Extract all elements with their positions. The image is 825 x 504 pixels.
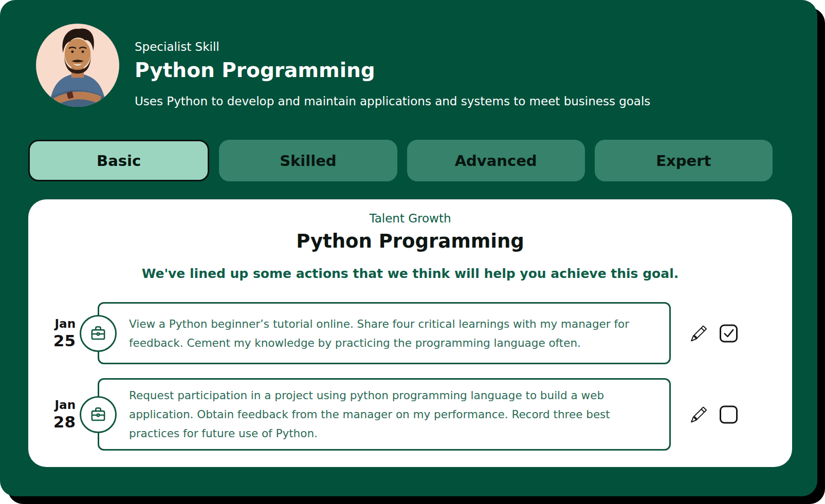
action-text: Request participation in a project using…	[129, 386, 651, 443]
action-tools	[691, 405, 738, 423]
skill-description: Uses Python to develop and maintain appl…	[135, 95, 650, 108]
complete-checkbox[interactable]	[720, 324, 738, 342]
level-button-basic[interactable]: Basic	[28, 140, 209, 181]
action-text: View a Python beginner’s tutorial online…	[129, 314, 651, 352]
complete-checkbox[interactable]	[720, 405, 738, 423]
card-subtitle: We've lined up some actions that we thin…	[28, 266, 792, 281]
briefcase-icon	[80, 396, 117, 433]
level-button-advanced[interactable]: Advanced	[407, 140, 585, 181]
action-item: Jan 25 View a Python beginner’s tutorial…	[98, 302, 671, 364]
talent-growth-card: Talent Growth Python Programming We've l…	[28, 199, 792, 467]
action-date: Jan 25	[53, 317, 76, 350]
action-list: Jan 25 View a Python beginner’s tutorial…	[98, 302, 671, 451]
level-button-skilled[interactable]: Skilled	[219, 140, 397, 181]
action-date-month: Jan	[53, 317, 76, 330]
action-date: Jan 28	[53, 398, 76, 431]
action-date-day: 25	[53, 331, 76, 350]
page-title: Python Programming	[135, 59, 375, 82]
skill-page: Specialist Skill Python Programming Uses…	[0, 0, 817, 496]
briefcase-icon	[80, 315, 117, 352]
edit-pencil-icon[interactable]	[691, 325, 707, 341]
avatar	[36, 24, 119, 107]
card-eyebrow: Talent Growth	[28, 212, 792, 225]
edit-pencil-icon[interactable]	[691, 406, 707, 422]
action-tools	[691, 324, 738, 342]
card-title: Python Programming	[28, 230, 792, 252]
level-tabs: Basic Skilled Advanced Expert	[28, 140, 773, 181]
action-date-day: 28	[53, 413, 76, 431]
action-item: Jan 28 Request participation in a projec…	[98, 378, 671, 451]
action-date-month: Jan	[53, 398, 76, 412]
header-eyebrow: Specialist Skill	[135, 40, 219, 53]
level-button-expert[interactable]: Expert	[595, 140, 773, 181]
